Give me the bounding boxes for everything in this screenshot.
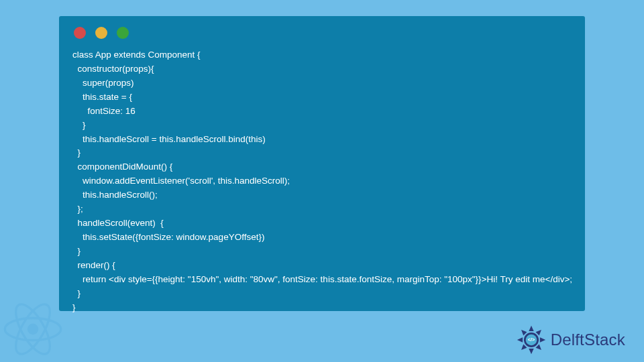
svg-text:</>: </> xyxy=(527,337,535,343)
svg-marker-10 xyxy=(519,328,527,335)
stage: class App extends Component { constructo… xyxy=(0,0,644,362)
code-editor-window: class App extends Component { constructo… xyxy=(59,16,585,311)
svg-marker-7 xyxy=(540,337,545,342)
svg-marker-5 xyxy=(529,349,533,354)
svg-marker-8 xyxy=(535,328,543,335)
svg-marker-6 xyxy=(517,337,522,342)
close-icon[interactable] xyxy=(74,27,86,39)
brand: </> DelftStack xyxy=(516,324,625,355)
svg-marker-9 xyxy=(519,345,527,352)
svg-marker-11 xyxy=(535,345,543,352)
window-controls xyxy=(74,27,572,39)
brand-name: DelftStack xyxy=(551,330,625,349)
svg-point-3 xyxy=(28,324,37,333)
zoom-icon[interactable] xyxy=(117,27,129,39)
code-content: class App extends Component { constructo… xyxy=(72,48,572,315)
svg-marker-4 xyxy=(529,326,533,331)
minimize-icon[interactable] xyxy=(95,27,107,39)
brand-logo-icon: </> xyxy=(516,324,547,355)
